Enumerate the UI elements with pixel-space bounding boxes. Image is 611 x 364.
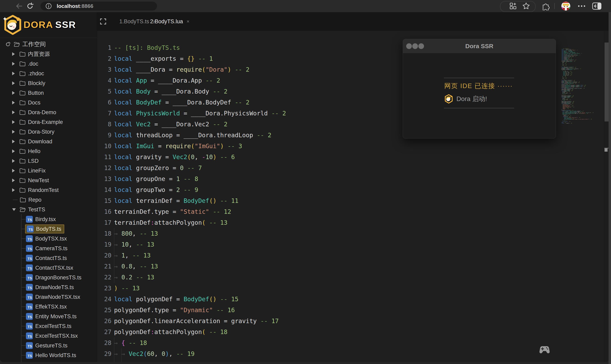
tree-item-effektsx-tsx[interactable]: TSEffekTSX.tsx — [0, 302, 97, 312]
indent-guide — [114, 239, 114, 250]
code-line-22: 22→ 0.2 -- 13 — [97, 272, 559, 283]
chevron-right-icon[interactable] — [12, 179, 15, 182]
scrollbar-thumb[interactable] — [605, 42, 609, 121]
tree-item-lsd[interactable]: LSD — [0, 156, 97, 166]
chevron-right-icon[interactable] — [12, 81, 15, 85]
back-arrow-icon[interactable] — [15, 0, 23, 12]
minimap-content: -- [ts]: BodyTS.ts local ____exports = {… — [562, 48, 594, 124]
indent-guide — [114, 272, 114, 283]
tree-item-contactts-ts[interactable]: TSContactTS.ts — [0, 253, 97, 263]
minimap[interactable]: -- [ts]: BodyTS.ts local ____exports = {… — [559, 31, 604, 362]
brand-wordmark: DORASSR — [24, 19, 76, 30]
tree-item-newtest[interactable]: NewTest — [0, 176, 97, 185]
toolbar-divider — [554, 3, 555, 9]
folder-icon — [19, 110, 26, 115]
tree-label: LSD — [28, 158, 39, 164]
line-number: 5 — [97, 86, 111, 97]
chevron-right-icon[interactable] — [12, 72, 15, 75]
grid-add-icon[interactable] — [508, 0, 518, 12]
tree-label: EffekTSX.tsx — [35, 304, 67, 310]
code-line-10: 10local ImGui = require("ImGui") -- 3 — [97, 141, 559, 152]
typescript-file-icon: TS — [26, 235, 33, 242]
refresh-icon[interactable] — [5, 42, 11, 47]
tree-item--[interactable]: 内置资源 — [0, 49, 97, 59]
tree-item-dragonbonests-ts[interactable]: TSDragonBonesTS.ts — [0, 273, 97, 282]
tab-bodyts-lua[interactable]: 2.BodyTS.lua × — [150, 12, 189, 31]
chevron-right-icon[interactable] — [12, 130, 15, 134]
fullscreen-icon[interactable] — [97, 12, 109, 31]
tree-label: GestureTS.ts — [35, 343, 67, 349]
tree-label: Blockly — [28, 80, 45, 86]
extensions-puzzle-icon[interactable] — [541, 0, 551, 12]
tree-label: BodyTS.ts — [36, 226, 61, 232]
tree-item-hello-worldts-ts[interactable]: TSHello WorldTS.ts — [0, 351, 97, 360]
tree-item-camerats-ts[interactable]: TSCameraTS.ts — [0, 244, 97, 253]
tree-item-exceltesttsx-tsx[interactable]: TSExcelTestTSX.tsx — [0, 331, 97, 341]
tree-label: ContactTSX.tsx — [35, 265, 73, 271]
scrollbar-track[interactable] — [604, 31, 609, 362]
avatar[interactable] — [561, 0, 571, 12]
tree-item-bodytsx-tsx[interactable]: TSBodyTSX.tsx — [0, 234, 97, 244]
tree-item-contacttsx-tsx[interactable]: TSContactTSX.tsx — [0, 263, 97, 273]
star-bookmark-icon[interactable] — [521, 0, 531, 12]
sidebar: DORASSR 工作空间内置资源.doc.zhdocBlocklyButtonD… — [0, 12, 97, 362]
tree-item-repo[interactable]: Repo — [0, 195, 97, 205]
info-icon[interactable] — [40, 0, 57, 12]
tree-item-birdy-tsx[interactable]: TSBirdy.tsx — [0, 214, 97, 224]
tree-label: Button — [28, 90, 44, 96]
tree-item-drawnodets-ts[interactable]: TSDrawNodeTS.ts — [0, 282, 97, 292]
tree-item-dora-demo[interactable]: Dora-Demo — [0, 107, 97, 117]
tree-item-blockly[interactable]: Blockly — [0, 78, 97, 88]
tree-item--doc[interactable]: .doc — [0, 59, 97, 69]
tree-connector — [21, 229, 26, 229]
chevron-right-icon[interactable] — [12, 188, 15, 192]
tree-item-dora-example[interactable]: Dora-Example — [0, 117, 97, 127]
tree-item-button[interactable]: Button — [0, 88, 97, 98]
tree-item-linefix[interactable]: LineFix — [0, 166, 97, 176]
folder-icon — [19, 187, 26, 193]
window-dot-icon[interactable] — [406, 43, 412, 49]
tree-item-gesturets-ts[interactable]: TSGestureTS.ts — [0, 341, 97, 351]
log-window-titlebar[interactable]: Dora SSR — [403, 39, 556, 53]
side-panel-icon[interactable] — [591, 0, 602, 12]
tree-item-bodyts-ts[interactable]: TSBodyTS.ts — [0, 224, 97, 234]
chevron-right-icon[interactable] — [12, 101, 15, 104]
tree-item--zhdoc[interactable]: .zhdoc — [0, 69, 97, 78]
chevron-right-icon[interactable] — [12, 111, 15, 114]
tree-item-exceltestts-ts[interactable]: TSExcelTestTS.ts — [0, 321, 97, 331]
window-dot-icon[interactable] — [412, 43, 418, 49]
tree-item-dora-story[interactable]: Dora-Story — [0, 127, 97, 137]
chevron-right-icon[interactable] — [12, 91, 15, 95]
tree-item-docs[interactable]: Docs — [0, 98, 97, 107]
more-menu-icon[interactable] — [577, 0, 587, 12]
dora-log-window[interactable]: Dora SSR 网页 IDE 已连接 ······ Dora 启动! — [403, 39, 556, 139]
tree-item-drawnodetsx-tsx[interactable]: TSDrawNodeTSX.tsx — [0, 292, 97, 302]
tree-item-testts[interactable]: TestTS — [0, 205, 97, 214]
chevron-right-icon[interactable] — [12, 120, 15, 124]
tree-label: BodyTSX.tsx — [35, 236, 67, 242]
chevron-right-icon[interactable] — [12, 149, 15, 153]
gamepad-icon[interactable] — [539, 345, 550, 354]
chevron-right-icon[interactable] — [12, 52, 15, 56]
chevron-right-icon[interactable] — [12, 169, 15, 172]
code-line-17: 17terrainDef:attachPolygon( -- 13 — [97, 217, 559, 228]
tree-label: DrawNodeTSX.tsx — [35, 294, 80, 300]
tree-item-download[interactable]: Download — [0, 137, 97, 146]
address-bar[interactable]: localhost:8866 — [40, 2, 157, 11]
chevron-right-icon[interactable] — [12, 159, 15, 163]
tree-label: DragonBonesTS.ts — [35, 274, 81, 281]
tree-item-entity-movets-ts[interactable]: TSEntity MoveTS.ts — [0, 312, 97, 321]
chevron-down-icon[interactable] — [12, 208, 16, 211]
tree-root-workspace[interactable]: 工作空间 — [0, 39, 97, 49]
tree-item-randomtest[interactable]: RandomTest — [0, 185, 97, 195]
tab-close-icon[interactable]: × — [186, 19, 189, 24]
tree-item-hello[interactable]: Hello — [0, 146, 97, 156]
indent-guide — [114, 261, 114, 272]
chevron-right-icon[interactable] — [12, 62, 15, 65]
window-dot-icon[interactable] — [418, 43, 424, 49]
reload-icon[interactable] — [26, 0, 34, 12]
chevron-right-icon[interactable] — [12, 140, 15, 143]
tree-label: CameraTS.ts — [35, 245, 67, 252]
code-line-24: 24local polygonDef = BodyDef() -- 15 — [97, 294, 559, 305]
line-number: 17 — [97, 217, 111, 228]
